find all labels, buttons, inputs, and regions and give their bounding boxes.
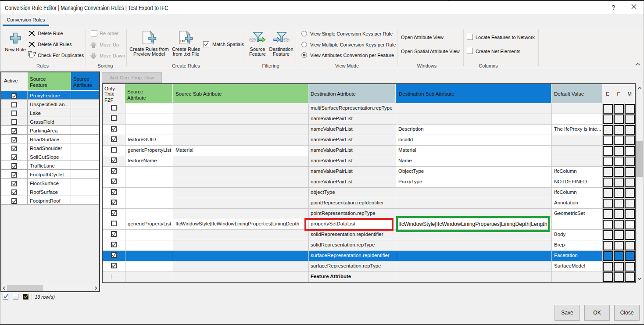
svg-text:?: ?: [33, 51, 36, 57]
